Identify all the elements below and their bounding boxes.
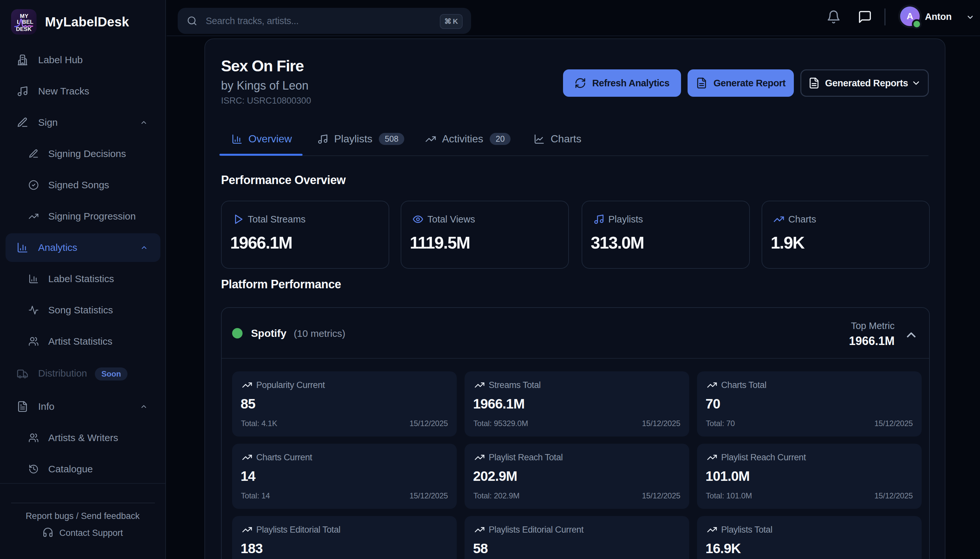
svg-text:MY: MY bbox=[20, 13, 28, 19]
svg-text:DESK: DESK bbox=[16, 26, 32, 32]
svg-text:BEL: BEL bbox=[22, 18, 33, 25]
